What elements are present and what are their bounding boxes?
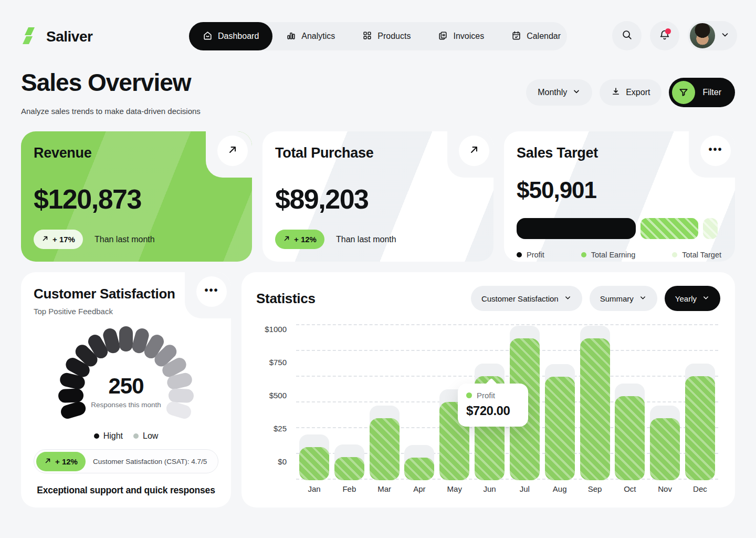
satisfaction-footnote: Exceptional support and quick responses <box>34 485 218 496</box>
legend-dot <box>581 252 586 257</box>
y-tick: $25 <box>274 424 287 433</box>
chart-tooltip: Profit $720.00 <box>458 384 528 427</box>
satisfaction-menu-button[interactable]: ••• <box>196 276 227 307</box>
nav-item-analytics[interactable]: Analytics <box>272 22 349 50</box>
sales-target-card: Sales Target $50,901 Profit Total Earnin… <box>504 131 735 262</box>
bar-Apr[interactable] <box>404 323 434 480</box>
bar-chart-icon <box>286 30 296 43</box>
satisfaction-gauge: 250 Responses this month <box>47 323 205 426</box>
tooltip-series-label: Profit <box>477 391 495 400</box>
download-icon <box>611 87 621 98</box>
legend-item-low: Low <box>133 431 158 441</box>
open-revenue-button[interactable] <box>217 136 248 166</box>
plot-area: Profit $720.00 <box>296 323 718 480</box>
bar-fill <box>404 458 434 480</box>
arrow-up-right-icon <box>227 144 238 157</box>
legend-dot <box>517 252 522 257</box>
logo-icon <box>21 26 40 47</box>
grid-icon <box>362 30 372 43</box>
sales-target-menu-button[interactable]: ••• <box>700 136 731 166</box>
nav-item-dashboard[interactable]: Dashboard <box>189 22 272 50</box>
nav-label: Calendar <box>527 32 561 41</box>
x-label: Sep <box>580 484 610 493</box>
bar-Aug[interactable] <box>545 323 575 480</box>
nav-item-products[interactable]: Products <box>349 22 424 50</box>
filter-label: Filter <box>702 88 721 97</box>
x-label: Jan <box>299 484 329 493</box>
y-tick: $750 <box>269 358 287 367</box>
export-button[interactable]: Export <box>600 79 662 106</box>
calendar-icon <box>511 30 521 43</box>
x-label: Jun <box>475 484 505 493</box>
notification-badge <box>665 28 671 34</box>
brand-logo[interactable]: Saliver <box>21 26 92 47</box>
range-dropdown[interactable]: Yearly <box>665 286 720 311</box>
bar-fill <box>334 457 364 480</box>
profile-menu[interactable] <box>688 21 737 50</box>
page-subtitle: Analyze sales trends to make data-driven… <box>21 107 201 116</box>
nav-item-invoices[interactable]: Invoices <box>424 22 498 50</box>
progress-segment <box>640 218 698 239</box>
delta-badge: + 17% <box>34 230 83 249</box>
gauge-legend: Hight Low <box>34 431 218 441</box>
range-dropdown-value: Yearly <box>675 294 697 303</box>
x-axis: JanFebMarAprMayJunJulAugSepOctNovDec <box>296 484 718 493</box>
sales-target-progress-bar <box>517 218 722 239</box>
bar-fill <box>580 338 610 480</box>
bar-Oct[interactable] <box>615 323 645 480</box>
bar-Mar[interactable] <box>370 323 400 480</box>
x-label: Mar <box>370 484 400 493</box>
trend-up-icon <box>283 235 290 244</box>
chevron-down-icon <box>720 30 730 42</box>
bar-fill <box>615 396 645 480</box>
tooltip-series-dot <box>466 392 472 398</box>
bar-fill <box>299 447 329 480</box>
trend-up-icon <box>44 457 51 466</box>
nav-item-calendar[interactable]: Calendar <box>498 22 574 50</box>
trend-up-icon <box>41 235 49 244</box>
sales-target-legend: Profit Total Earning Total Target <box>517 251 722 259</box>
bar-Dec[interactable] <box>685 323 715 480</box>
x-label: Apr <box>404 484 434 493</box>
y-tick: $0 <box>278 457 287 466</box>
arrow-up-right-icon <box>469 144 479 157</box>
bar-Feb[interactable] <box>334 323 364 480</box>
bar-fill <box>650 418 680 480</box>
chevron-down-icon <box>572 87 581 98</box>
bar-Jan[interactable] <box>299 323 329 480</box>
main-nav: Dashboard Analytics Products Invoices <box>189 22 567 50</box>
open-purchase-button[interactable] <box>459 136 489 166</box>
gauge-caption: Responses this month <box>47 401 205 409</box>
export-label: Export <box>626 88 650 97</box>
view-dropdown-value: Summary <box>600 294 634 303</box>
dashboard-page: Saliver Dashboard Analytics Products <box>0 0 756 538</box>
x-label: Dec <box>685 484 715 493</box>
search-button[interactable] <box>612 21 642 50</box>
x-label: Jul <box>510 484 540 493</box>
x-label: Oct <box>615 484 645 493</box>
bottom-row: Customer Satisfaction Top Positive Feedb… <box>21 272 735 508</box>
progress-segment <box>703 218 717 239</box>
csat-summary: + 12% Customer Satisfaction (CSAT): 4.7/… <box>34 449 218 473</box>
delta-note: Than last month <box>94 235 155 244</box>
filter-button[interactable]: Filter <box>669 78 735 107</box>
metric-dropdown[interactable]: Customer Satisfaction <box>471 286 582 311</box>
nav-label: Analytics <box>301 32 335 41</box>
view-dropdown[interactable]: Summary <box>590 286 657 311</box>
nav-label: Products <box>377 32 411 41</box>
delta-value: + 12% <box>294 235 317 244</box>
bar-Sep[interactable] <box>580 323 610 480</box>
x-label: Feb <box>334 484 364 493</box>
notifications-button[interactable] <box>650 21 679 50</box>
bar-Nov[interactable] <box>650 323 680 480</box>
statistics-card: Statistics Customer Satisfaction Summary… <box>242 272 735 508</box>
period-dropdown[interactable]: Monthly <box>526 79 592 106</box>
bar-fill <box>545 377 575 480</box>
delta-value: + 17% <box>52 235 75 244</box>
sales-target-value: $50,901 <box>517 177 722 203</box>
chevron-down-icon <box>639 294 647 303</box>
header-controls: Monthly Export Filter <box>526 78 735 107</box>
funnel-icon <box>672 81 695 104</box>
document-icon <box>438 30 448 43</box>
x-label: Aug <box>545 484 575 493</box>
